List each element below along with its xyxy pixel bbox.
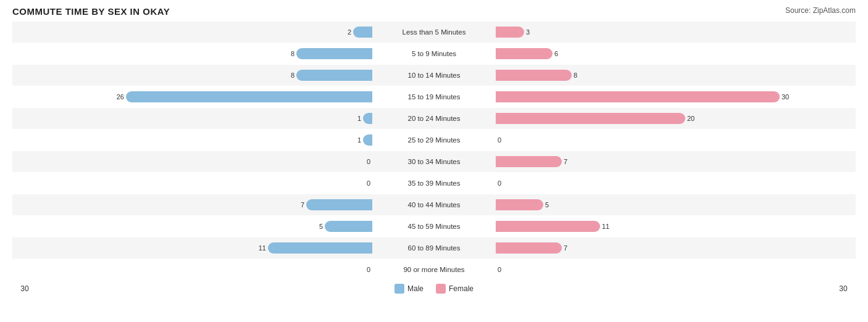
female-bar: [496, 70, 572, 81]
male-legend-label: Male: [407, 284, 424, 293]
chart-row: 8 10 to 14 Minutes 8: [12, 65, 856, 86]
chart-title: COMMUTE TIME BY SEX IN OKAY: [12, 6, 170, 17]
row-label: 60 to 89 Minutes: [372, 244, 496, 252]
female-bar-section: 3: [496, 27, 856, 38]
chart-row: 0 35 to 39 Minutes 0: [12, 173, 856, 194]
female-bar-section: 5: [496, 199, 856, 210]
female-value: 30: [782, 93, 794, 101]
row-label: 30 to 34 Minutes: [372, 158, 496, 165]
axis-left: 30: [12, 284, 37, 293]
chart-row: 2 Less than 5 Minutes 3: [12, 22, 856, 43]
female-value: 11: [602, 223, 614, 230]
female-value: 7: [564, 158, 576, 165]
row-label: Less than 5 Minutes: [372, 28, 496, 36]
female-bar: [496, 199, 543, 210]
female-value: 0: [498, 136, 510, 144]
male-value: 0: [358, 266, 370, 273]
female-value: 5: [545, 201, 557, 208]
male-bar-section: 2: [12, 27, 372, 38]
male-bar: [296, 48, 372, 59]
female-bar-section: 0: [496, 178, 856, 189]
female-bar: [496, 27, 524, 38]
female-bar-section: 30: [496, 91, 856, 102]
female-value: 0: [498, 266, 510, 273]
female-legend-label: Female: [449, 284, 474, 293]
source-label: Source: ZipAtlas.com: [785, 6, 856, 15]
chart-row: 26 15 to 19 Minutes 30: [12, 86, 856, 107]
male-value: 8: [282, 72, 294, 79]
row-label: 10 to 14 Minutes: [372, 72, 496, 79]
chart-legend: Male Female: [37, 284, 831, 294]
row-label: 15 to 19 Minutes: [372, 93, 496, 101]
male-bar-section: 11: [12, 242, 372, 254]
row-label: 25 to 29 Minutes: [372, 136, 496, 144]
female-value: 20: [687, 115, 699, 122]
legend-male: Male: [394, 284, 424, 294]
male-bar-section: 0: [12, 156, 372, 167]
female-bar: [496, 221, 600, 232]
male-bar: [306, 199, 372, 210]
male-value: 1: [349, 136, 361, 144]
male-bar-section: 0: [12, 264, 372, 275]
legend-female: Female: [436, 284, 474, 294]
female-value: 3: [526, 28, 538, 36]
chart-header: COMMUTE TIME BY SEX IN OKAY Source: ZipA…: [12, 6, 856, 17]
female-bar-section: 0: [496, 134, 856, 146]
female-bar-section: 0: [496, 264, 856, 275]
female-value: 7: [564, 244, 576, 252]
female-swatch: [436, 284, 446, 294]
female-bar-section: 11: [496, 221, 856, 232]
female-value: 0: [498, 180, 510, 187]
chart-row: 11 60 to 89 Minutes 7: [12, 237, 856, 258]
female-bar: [496, 242, 562, 254]
male-bar: [353, 27, 372, 38]
male-bar-section: 8: [12, 48, 372, 59]
male-bar-section: 1: [12, 113, 372, 124]
female-value: 8: [574, 72, 586, 79]
row-label: 35 to 39 Minutes: [372, 180, 496, 187]
chart-row: 8 5 to 9 Minutes 6: [12, 43, 856, 64]
male-swatch: [394, 284, 404, 294]
male-value: 0: [358, 180, 370, 187]
male-bar-section: 8: [12, 70, 372, 81]
male-value: 5: [311, 223, 323, 230]
male-value: 2: [339, 28, 351, 36]
row-label: 20 to 24 Minutes: [372, 115, 496, 122]
female-bar-section: 6: [496, 48, 856, 59]
female-bar-section: 20: [496, 113, 856, 124]
female-bar: [496, 156, 562, 167]
female-bar: [496, 48, 553, 59]
female-bar-section: 7: [496, 242, 856, 254]
female-bar-section: 7: [496, 156, 856, 167]
row-label: 40 to 44 Minutes: [372, 201, 496, 208]
chart-row: 0 90 or more Minutes 0: [12, 259, 856, 280]
chart-row: 1 25 to 29 Minutes 0: [12, 130, 856, 151]
row-label: 90 or more Minutes: [372, 266, 496, 273]
male-value: 26: [112, 93, 124, 101]
male-bar-section: 1: [12, 134, 372, 146]
chart-container: COMMUTE TIME BY SEX IN OKAY Source: ZipA…: [12, 6, 856, 294]
male-bar-section: 7: [12, 199, 372, 210]
male-bar-section: 0: [12, 178, 372, 189]
male-value: 11: [254, 244, 266, 252]
axis-row: 30 Male Female 30: [12, 284, 856, 294]
male-value: 0: [358, 158, 370, 165]
male-bar: [126, 91, 372, 102]
female-bar: [496, 113, 685, 124]
male-bar: [268, 242, 372, 254]
female-bar: [496, 91, 780, 102]
chart-area: 2 Less than 5 Minutes 3 8 5 to 9 Minutes…: [12, 22, 856, 280]
male-bar-section: 26: [12, 91, 372, 102]
male-value: 1: [349, 115, 361, 122]
female-value: 6: [554, 50, 567, 57]
male-bar: [363, 134, 372, 146]
chart-row: 1 20 to 24 Minutes 20: [12, 108, 856, 129]
chart-row: 7 40 to 44 Minutes 5: [12, 194, 856, 215]
row-label: 45 to 59 Minutes: [372, 223, 496, 230]
male-bar: [296, 70, 372, 81]
chart-row: 0 30 to 34 Minutes 7: [12, 151, 856, 172]
row-label: 5 to 9 Minutes: [372, 50, 496, 57]
female-bar-section: 8: [496, 70, 856, 81]
male-bar: [363, 113, 372, 124]
axis-right: 30: [831, 284, 856, 293]
